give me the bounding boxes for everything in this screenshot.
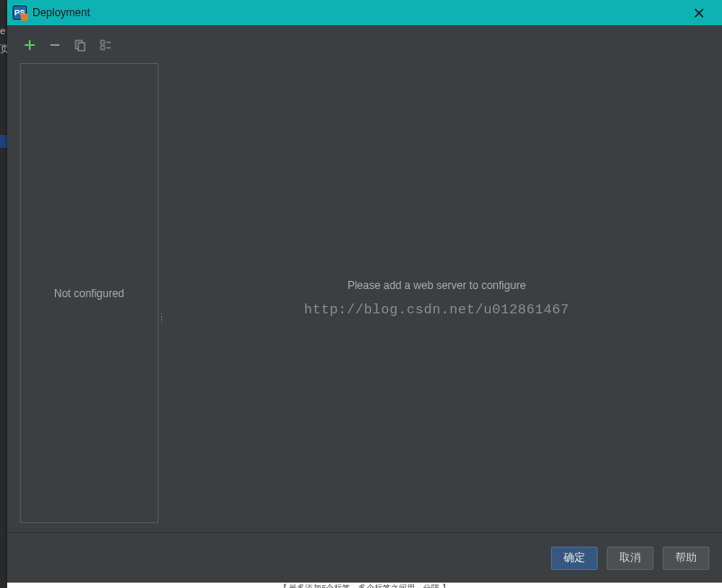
bg-fragment: 页 <box>0 42 7 55</box>
page-bottom-strip: 【 最多添加5个标签，多个标签之间用，分隔 】 <box>7 583 722 588</box>
deployment-dialog: PS Deployment <box>7 0 722 583</box>
copy-icon <box>74 39 86 51</box>
dialog-body: Not configured ⋮⋮ Please add a web serve… <box>7 25 722 583</box>
bg-fragment <box>0 135 7 148</box>
ok-button[interactable]: 确定 <box>551 547 598 570</box>
toolbar <box>7 25 722 58</box>
bottom-strip-text: 【 最多添加5个标签，多个标签之间用，分隔 】 <box>279 583 450 588</box>
svg-rect-8 <box>101 46 104 50</box>
config-panel: Please add a web server to configure htt… <box>164 63 709 523</box>
remove-button[interactable] <box>45 35 65 55</box>
svg-rect-6 <box>78 43 85 51</box>
empty-state-text: Not configured <box>54 287 124 300</box>
plus-icon <box>23 39 36 51</box>
help-button-label: 帮助 <box>675 550 697 565</box>
copy-button[interactable] <box>70 35 90 55</box>
bg-fragment: e <box>0 25 7 38</box>
help-button[interactable]: 帮助 <box>663 547 709 570</box>
svg-rect-7 <box>101 41 104 44</box>
config-hint-text: Please add a web server to configure <box>164 279 709 292</box>
checklist-icon <box>99 39 112 51</box>
ok-button-label: 确定 <box>564 550 585 565</box>
close-icon <box>694 8 704 18</box>
window-title: Deployment <box>32 6 90 19</box>
cancel-button[interactable]: 取消 <box>607 547 654 570</box>
watermark-text: http://blog.csdn.net/u012861467 <box>164 303 709 318</box>
server-list-panel[interactable]: Not configured <box>20 63 158 523</box>
cancel-button-label: 取消 <box>619 550 641 565</box>
phpstorm-icon: PS <box>13 5 27 20</box>
set-default-button[interactable] <box>95 35 115 55</box>
dialog-footer: 确定 取消 帮助 <box>7 532 722 583</box>
add-button[interactable] <box>20 35 40 55</box>
minus-icon <box>49 39 61 51</box>
close-button[interactable] <box>681 0 717 25</box>
content-area: Not configured ⋮⋮ Please add a web serve… <box>7 58 722 532</box>
titlebar: PS Deployment <box>7 0 722 25</box>
